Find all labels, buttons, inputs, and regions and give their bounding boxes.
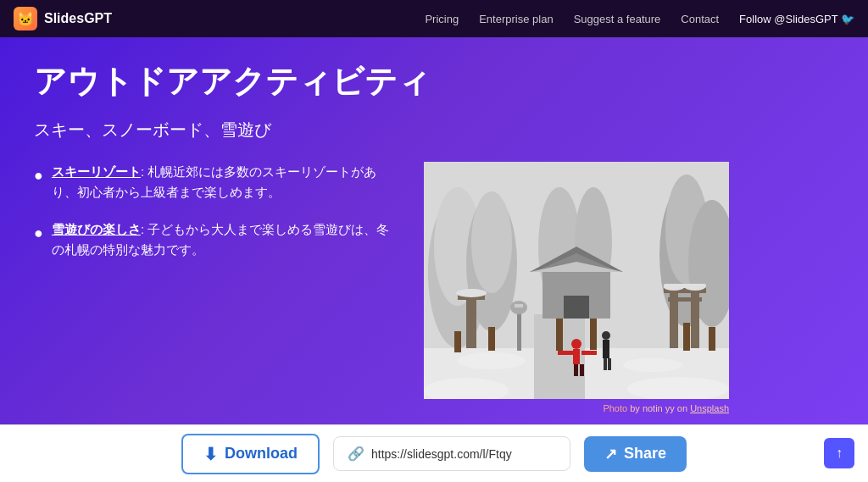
svg-rect-29 [668,297,702,302]
slide-title: アウトドアアクティビティ [34,63,834,102]
svg-rect-35 [558,351,573,355]
nav-follow[interactable]: Follow @SlidesGPT 🐦 [739,13,854,25]
download-icon: ⬇ [203,444,218,464]
svg-rect-22 [564,296,589,319]
svg-rect-13 [709,327,715,351]
nav-enterprise[interactable]: Enterprise plan [479,13,553,25]
svg-rect-41 [604,358,607,370]
arrow-up-icon: ↑ [836,446,843,461]
svg-rect-38 [580,364,584,376]
svg-rect-40 [603,340,609,358]
share-label: Share [624,445,666,463]
nav-links: Pricing Enterprise plan Suggest a featur… [425,13,854,25]
list-item: ● スキーリゾート: 札幌近郊には多数のスキーリゾートがあり、初心者から上級者ま… [34,162,398,202]
svg-point-39 [602,331,610,340]
bullet-text-1: スキーリゾート: 札幌近郊には多数のスキーリゾートがあり、初心者から上級者まで楽… [52,162,398,202]
navbar: 🐱 SlidesGPT Pricing Enterprise plan Sugg… [0,0,868,37]
svg-point-47 [623,358,682,372]
bullet-list: ● スキーリゾート: 札幌近郊には多数のスキーリゾートがあり、初心者から上級者ま… [34,162,398,260]
svg-rect-37 [574,364,578,376]
svg-point-7 [471,191,512,293]
svg-rect-17 [590,316,597,350]
brand-name: SlidesGPT [44,11,112,26]
svg-point-33 [571,339,581,349]
scroll-top-button[interactable]: ↑ [824,438,854,468]
svg-rect-43 [517,310,521,351]
svg-rect-32 [664,284,706,288]
svg-point-25 [456,289,487,297]
svg-rect-36 [581,351,597,355]
nav-contact[interactable]: Contact [681,13,719,25]
link-icon: 🔗 [348,446,364,462]
url-area: 🔗 https://slidesgpt.com/l/Ftqy [333,436,570,471]
svg-rect-8 [488,327,495,351]
url-text: https://slidesgpt.com/l/Ftqy [371,447,512,461]
bullet-dot-2: ● [34,221,43,260]
image-caption: Photo by notin yy on Unsplash [424,403,729,413]
bullet-term-1: スキーリゾート [52,164,141,179]
slide-content: ● スキーリゾート: 札幌近郊には多数のスキーリゾートがあり、初心者から上級者ま… [34,162,834,413]
svg-rect-5 [454,331,461,352]
photo-by: by notin yy on [630,403,690,413]
unsplash-link[interactable]: Unsplash [690,403,729,413]
svg-point-46 [458,352,526,369]
svg-rect-34 [573,349,580,364]
slide-text: ● スキーリゾート: 札幌近郊には多数のスキーリゾートがあり、初心者から上級者ま… [34,162,398,413]
svg-rect-23 [466,297,476,348]
bullet-term-2: 雪遊びの楽しさ [52,222,141,236]
download-label: Download [225,445,298,463]
photo-label: Photo [603,403,630,413]
slide-image [424,162,729,399]
list-item: ● 雪遊びの楽しさ: 子どもから大人まで楽しめる雪遊びは、冬の札幌の特別な魅力で… [34,219,398,260]
brand: 🐱 SlidesGPT [14,7,112,30]
slide-container: アウトドアアクティビティ スキー、スノーボード、雪遊び ● スキーリゾート: 札… [0,37,868,424]
bullet-dot-1: ● [34,163,43,202]
svg-rect-45 [515,304,523,307]
share-button[interactable]: ↗ Share [584,436,687,472]
bottom-bar: ⬇ Download 🔗 https://slidesgpt.com/l/Ftq… [0,424,868,482]
nav-suggest[interactable]: Suggest a feature [574,13,661,25]
svg-rect-15 [556,319,563,351]
download-button[interactable]: ⬇ Download [181,434,320,474]
bullet-text-2: 雪遊びの楽しさ: 子どもから大人まで楽しめる雪遊びは、冬の札幌の特別な魅力です。 [52,219,398,260]
snow-scene-svg [424,162,729,399]
logo-icon: 🐱 [14,7,37,30]
slide-image-area: Photo by notin yy on Unsplash [424,162,729,413]
nav-pricing[interactable]: Pricing [425,13,459,25]
svg-rect-11 [683,323,690,351]
share-icon: ↗ [604,445,617,463]
svg-rect-42 [608,358,611,370]
slide-subtitle: スキー、スノーボード、雪遊び [34,119,834,141]
